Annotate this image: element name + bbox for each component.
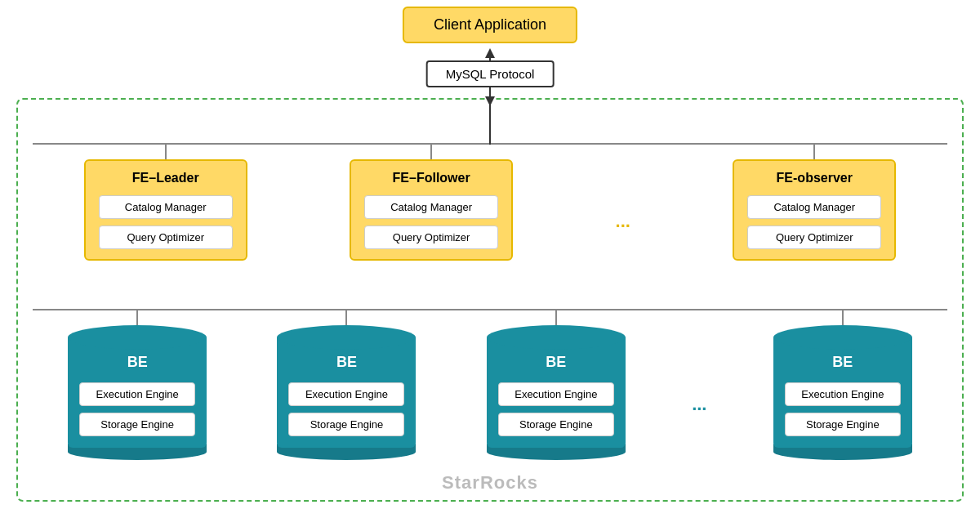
- be-1-title: BE: [79, 354, 195, 371]
- svg-marker-2: [485, 96, 495, 106]
- client-application-box: Client Application: [403, 7, 577, 43]
- be-3-connector: [555, 309, 557, 325]
- be-node-3: BE Execution Engine Storage Engine: [483, 309, 630, 460]
- fe-row: FE–Leader Catalog Manager Query Optimize…: [33, 143, 947, 261]
- svg-marker-1: [485, 48, 495, 58]
- fe-leader-catalog: Catalog Manager: [99, 195, 233, 219]
- diagram-container: Client Application MySQL Protocol FE–Lea…: [0, 0, 980, 518]
- be-4-execution: Execution Engine: [785, 382, 901, 406]
- fe-observer-title: FE-observer: [747, 171, 881, 185]
- fe-dots: ···: [616, 192, 630, 261]
- fe-follower-node: FE–Follower Catalog Manager Query Optimi…: [350, 143, 513, 261]
- fe-leader-title: FE–Leader: [99, 171, 233, 185]
- be-2-storage: Storage Engine: [288, 413, 404, 436]
- be-node-4: BE Execution Engine Storage Engine: [769, 309, 916, 460]
- be-2-top: [277, 325, 416, 350]
- be-1-top: [68, 325, 207, 350]
- be-1-storage: Storage Engine: [79, 413, 195, 436]
- fe-observer-box: FE-observer Catalog Manager Query Optimi…: [733, 159, 896, 261]
- be-2-title: BE: [288, 354, 404, 371]
- be-1-execution: Execution Engine: [79, 382, 195, 406]
- be-dots: ···: [692, 358, 706, 460]
- be-2-cylinder: BE Execution Engine Storage Engine: [273, 325, 420, 460]
- be-row: BE Execution Engine Storage Engine BE Ex…: [33, 309, 947, 460]
- fe-observer-node: FE-observer Catalog Manager Query Optimi…: [733, 143, 896, 261]
- be-3-storage: Storage Engine: [498, 413, 614, 436]
- be-3-top: [487, 325, 626, 350]
- be-1-body: BE Execution Engine Storage Engine: [68, 337, 207, 448]
- be-3-title: BE: [498, 354, 614, 371]
- fe-follower-connector: [430, 143, 432, 159]
- fe-leader-box: FE–Leader Catalog Manager Query Optimize…: [84, 159, 247, 261]
- client-application-label: Client Application: [434, 16, 546, 33]
- fe-leader-connector: [165, 143, 167, 159]
- be-3-execution: Execution Engine: [498, 382, 614, 406]
- be-1-connector: [136, 309, 138, 325]
- be-node-2: BE Execution Engine Storage Engine: [273, 309, 420, 460]
- be-4-storage: Storage Engine: [785, 413, 901, 436]
- be-4-cylinder: BE Execution Engine Storage Engine: [769, 325, 916, 460]
- fe-follower-optimizer: Query Optimizer: [364, 226, 498, 249]
- be-4-connector: [842, 309, 844, 325]
- fe-follower-title: FE–Follower: [364, 171, 498, 185]
- fe-follower-box: FE–Follower Catalog Manager Query Optimi…: [350, 159, 513, 261]
- be-node-1: BE Execution Engine Storage Engine: [64, 309, 211, 460]
- starrocks-watermark: StarRocks: [442, 472, 538, 493]
- be-1-cylinder: BE Execution Engine Storage Engine: [64, 325, 211, 460]
- be-2-body: BE Execution Engine Storage Engine: [277, 337, 416, 448]
- fe-leader-optimizer: Query Optimizer: [99, 226, 233, 249]
- be-3-cylinder: BE Execution Engine Storage Engine: [483, 325, 630, 460]
- be-4-body: BE Execution Engine Storage Engine: [773, 337, 912, 448]
- mysql-protocol-box: MySQL Protocol: [426, 60, 555, 87]
- fe-observer-connector: [813, 143, 815, 159]
- be-2-execution: Execution Engine: [288, 382, 404, 406]
- be-4-title: BE: [785, 354, 901, 371]
- mysql-protocol-label: MySQL Protocol: [446, 67, 535, 81]
- fe-observer-catalog: Catalog Manager: [747, 195, 881, 219]
- be-3-body: BE Execution Engine Storage Engine: [487, 337, 626, 448]
- be-4-top: [773, 325, 912, 350]
- fe-observer-optimizer: Query Optimizer: [747, 226, 881, 249]
- be-2-connector: [345, 309, 347, 325]
- fe-follower-catalog: Catalog Manager: [364, 195, 498, 219]
- fe-leader-node: FE–Leader Catalog Manager Query Optimize…: [84, 143, 247, 261]
